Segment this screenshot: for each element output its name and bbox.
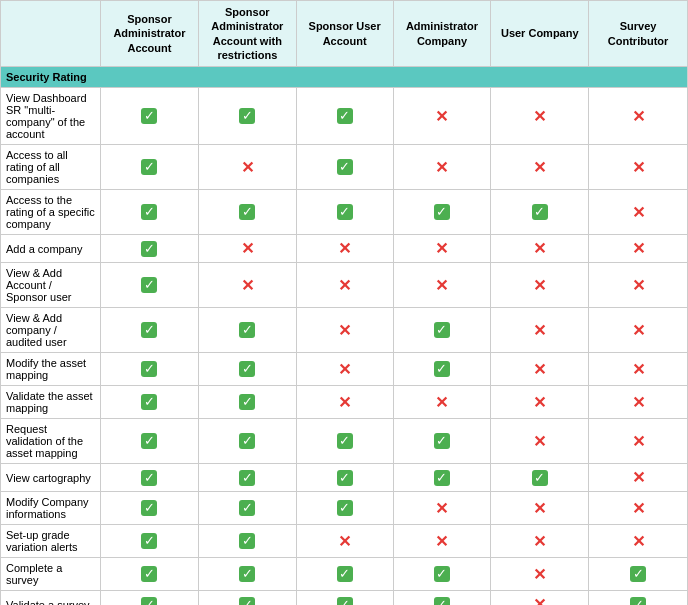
check-icon: ✓ xyxy=(434,566,450,582)
permission-cell: ✕ xyxy=(393,525,491,558)
cross-icon: ✕ xyxy=(632,276,645,295)
permission-cell: ✕ xyxy=(491,235,589,263)
feature-label: View Dashboard SR "multi-company" of the… xyxy=(1,88,101,145)
check-icon: ✓ xyxy=(141,470,157,486)
col-header-sponsor-user: Sponsor User Account xyxy=(296,1,393,67)
permission-cell: ✓ xyxy=(589,558,688,591)
check-icon: ✓ xyxy=(141,108,157,124)
cross-icon: ✕ xyxy=(241,239,254,258)
check-icon: ✓ xyxy=(239,566,255,582)
check-icon: ✓ xyxy=(532,470,548,486)
check-icon: ✓ xyxy=(141,533,157,549)
check-icon: ✓ xyxy=(239,108,255,124)
permission-cell: ✕ xyxy=(296,308,393,353)
col-header-survey-contributor: Survey Contributor xyxy=(589,1,688,67)
cross-icon: ✕ xyxy=(533,393,546,412)
cross-icon: ✕ xyxy=(435,107,448,126)
permission-cell: ✕ xyxy=(296,386,393,419)
permission-cell: ✕ xyxy=(491,145,589,190)
permission-cell: ✕ xyxy=(491,492,589,525)
permission-cell: ✕ xyxy=(589,386,688,419)
check-icon: ✓ xyxy=(141,204,157,220)
feature-label: Modify Company informations xyxy=(1,492,101,525)
table-row: View & Add Account / Sponsor user✓✕✕✕✕✕ xyxy=(1,263,688,308)
check-icon: ✓ xyxy=(239,500,255,516)
check-icon: ✓ xyxy=(141,159,157,175)
table-row: Validate the asset mapping✓✓✕✕✕✕ xyxy=(1,386,688,419)
permission-cell: ✕ xyxy=(589,464,688,492)
cross-icon: ✕ xyxy=(338,321,351,340)
check-icon: ✓ xyxy=(141,322,157,338)
permission-cell: ✓ xyxy=(296,492,393,525)
permission-cell: ✓ xyxy=(101,235,199,263)
feature-label: Add a company xyxy=(1,235,101,263)
permission-cell: ✓ xyxy=(393,308,491,353)
permission-cell: ✓ xyxy=(101,88,199,145)
cross-icon: ✕ xyxy=(533,565,546,584)
check-icon: ✓ xyxy=(434,597,450,605)
check-icon: ✓ xyxy=(630,566,646,582)
permission-cell: ✓ xyxy=(296,419,393,464)
permission-cell: ✓ xyxy=(393,353,491,386)
check-icon: ✓ xyxy=(337,470,353,486)
section-label: Security Rating xyxy=(1,67,688,88)
permission-cell: ✓ xyxy=(198,591,296,605)
feature-label: View & Add company / audited user xyxy=(1,308,101,353)
check-icon: ✓ xyxy=(239,394,255,410)
check-icon: ✓ xyxy=(141,433,157,449)
cross-icon: ✕ xyxy=(533,158,546,177)
col-header-feature xyxy=(1,1,101,67)
check-icon: ✓ xyxy=(337,500,353,516)
cross-icon: ✕ xyxy=(632,499,645,518)
cross-icon: ✕ xyxy=(533,276,546,295)
feature-label: Access to all rating of all companies xyxy=(1,145,101,190)
cross-icon: ✕ xyxy=(632,393,645,412)
permission-cell: ✕ xyxy=(491,591,589,605)
check-icon: ✓ xyxy=(337,159,353,175)
check-icon: ✓ xyxy=(141,241,157,257)
table-row: Complete a survey✓✓✓✓✕✓ xyxy=(1,558,688,591)
permission-cell: ✕ xyxy=(589,235,688,263)
cross-icon: ✕ xyxy=(533,432,546,451)
cross-icon: ✕ xyxy=(533,532,546,551)
cross-icon: ✕ xyxy=(435,239,448,258)
check-icon: ✓ xyxy=(434,361,450,377)
check-icon: ✓ xyxy=(434,322,450,338)
check-icon: ✓ xyxy=(434,470,450,486)
cross-icon: ✕ xyxy=(632,158,645,177)
feature-label: Set-up grade variation alerts xyxy=(1,525,101,558)
permission-cell: ✓ xyxy=(101,525,199,558)
permission-cell: ✓ xyxy=(296,88,393,145)
cross-icon: ✕ xyxy=(338,532,351,551)
feature-label: View & Add Account / Sponsor user xyxy=(1,263,101,308)
check-icon: ✓ xyxy=(532,204,548,220)
cross-icon: ✕ xyxy=(241,158,254,177)
permission-cell: ✕ xyxy=(198,263,296,308)
permission-cell: ✓ xyxy=(101,591,199,605)
cross-icon: ✕ xyxy=(435,158,448,177)
permission-cell: ✕ xyxy=(296,263,393,308)
check-icon: ✓ xyxy=(337,204,353,220)
feature-label: Complete a survey xyxy=(1,558,101,591)
permission-cell: ✕ xyxy=(296,235,393,263)
permission-cell: ✕ xyxy=(491,353,589,386)
permission-cell: ✓ xyxy=(296,591,393,605)
permission-cell: ✓ xyxy=(296,145,393,190)
table-row: Modify Company informations✓✓✓✕✕✕ xyxy=(1,492,688,525)
permission-cell: ✓ xyxy=(393,464,491,492)
check-icon: ✓ xyxy=(434,204,450,220)
cross-icon: ✕ xyxy=(338,239,351,258)
permission-cell: ✕ xyxy=(589,88,688,145)
permission-cell: ✓ xyxy=(296,464,393,492)
permission-cell: ✕ xyxy=(491,558,589,591)
permission-cell: ✕ xyxy=(589,492,688,525)
permission-cell: ✓ xyxy=(198,190,296,235)
permission-cell: ✓ xyxy=(101,190,199,235)
permission-cell: ✓ xyxy=(198,88,296,145)
table-row: Request validation of the asset mapping✓… xyxy=(1,419,688,464)
check-icon: ✓ xyxy=(239,433,255,449)
permission-cell: ✓ xyxy=(101,386,199,419)
table-row: Validate a survey✓✓✓✓✕✓ xyxy=(1,591,688,605)
permission-cell: ✓ xyxy=(491,190,589,235)
permission-cell: ✓ xyxy=(393,591,491,605)
